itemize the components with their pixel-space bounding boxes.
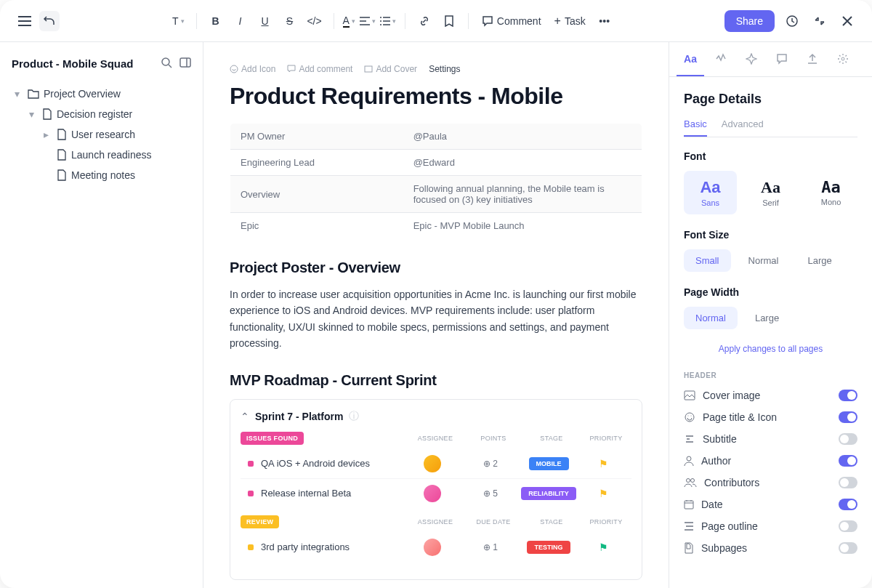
bookmark-icon[interactable] <box>439 11 459 31</box>
task-row[interactable]: 3rd party integrations ⊕ 1 TESTING ⚑ <box>241 533 631 562</box>
svg-point-13 <box>687 456 691 461</box>
toggle-switch[interactable] <box>839 455 857 467</box>
toggle-switch[interactable] <box>839 520 857 532</box>
task-row[interactable]: QA iOS + Android devices ⊕ 2 MOBILE ⚑ <box>241 449 631 479</box>
size-normal[interactable]: Normal <box>737 249 791 272</box>
chevron-up-icon[interactable]: ⌃ <box>241 411 249 422</box>
toggle-outline: Page outline <box>684 520 857 532</box>
search-icon[interactable] <box>161 57 172 71</box>
add-cover-action[interactable]: Add Cover <box>364 64 417 74</box>
right-panel: Aa Page Details Basic Advanced Font AaSa… <box>669 42 872 588</box>
width-large[interactable]: Large <box>743 307 791 329</box>
heading-poster[interactable]: Project Poster - Overview <box>230 259 642 276</box>
size-large[interactable]: Large <box>796 249 843 272</box>
text-style-dropdown[interactable]: T ▾ <box>169 11 187 31</box>
underline-icon[interactable]: U <box>255 11 275 31</box>
add-comment-action[interactable]: Add comment <box>287 64 352 74</box>
collapse-icon[interactable] <box>810 11 830 31</box>
svg-point-11 <box>688 416 689 416</box>
page-title[interactable]: Product Requirements - Mobile <box>230 83 642 110</box>
doc-icon <box>57 169 67 181</box>
font-sans[interactable]: AaSans <box>684 171 737 214</box>
tree-item-research[interactable]: ▸ User research <box>12 124 191 145</box>
toggle-switch[interactable] <box>839 499 857 510</box>
close-icon[interactable] <box>837 11 857 31</box>
strikethrough-icon[interactable]: S <box>280 11 300 31</box>
tree-item-notes[interactable]: Meeting notes <box>12 165 191 185</box>
avatar[interactable] <box>424 455 441 472</box>
svg-point-4 <box>162 58 169 65</box>
panel-tab-comments[interactable] <box>768 43 796 76</box>
task-row[interactable]: Release internal Beta ⊕ 5 RELIABILITY ⚑ <box>241 479 631 508</box>
priority-flag-icon: ⚑ <box>599 458 608 470</box>
width-normal[interactable]: Normal <box>684 307 738 329</box>
comment-button[interactable]: Comment <box>477 12 546 30</box>
points: ⊕ 2 <box>483 459 498 469</box>
avatar[interactable] <box>424 539 441 556</box>
toggle-switch[interactable] <box>839 411 857 423</box>
italic-icon[interactable]: I <box>230 11 251 31</box>
toggle-subtitle: Subtitle <box>684 433 857 445</box>
sidebar: Product - Mobile Squad ▾ Project Overvie… <box>0 42 203 588</box>
svg-point-2 <box>380 24 382 25</box>
tree-item-decision[interactable]: ▾ Decision register <box>12 104 191 124</box>
font-mono[interactable]: AaMono <box>804 171 857 214</box>
chevron-down-icon: ▾ <box>15 88 23 100</box>
stage-badge: TESTING <box>527 541 570 554</box>
history-icon[interactable] <box>782 11 802 31</box>
more-icon[interactable]: ••• <box>594 11 615 31</box>
undo-icon[interactable] <box>39 11 60 31</box>
menu-icon[interactable] <box>15 11 35 31</box>
toggle-switch[interactable] <box>839 433 857 445</box>
size-small[interactable]: Small <box>684 249 731 272</box>
list-dropdown[interactable]: ▾ <box>380 11 396 31</box>
heading-roadmap[interactable]: MVP Roadmap - Current Sprint <box>230 372 642 389</box>
text-color-dropdown[interactable]: A ▾ <box>343 11 355 31</box>
apply-all-link[interactable]: Apply changes to all pages <box>684 344 857 354</box>
add-icon-action[interactable]: Add Icon <box>230 64 275 74</box>
tree-item-launch[interactable]: Launch readiness <box>12 145 191 165</box>
panel-tab-settings[interactable] <box>829 43 857 76</box>
subtab-advanced[interactable]: Advanced <box>722 118 764 137</box>
font-serif[interactable]: AaSerif <box>744 171 797 214</box>
status-dot <box>248 461 254 467</box>
doc-icon <box>57 149 67 161</box>
toggle-subpages: Subpages <box>684 542 857 554</box>
svg-point-15 <box>691 479 695 483</box>
header-label: HEADER <box>684 371 857 379</box>
panel-tab-ai[interactable] <box>738 43 765 76</box>
panel-tab-activity[interactable] <box>707 43 735 76</box>
subtab-basic[interactable]: Basic <box>684 118 707 137</box>
info-icon[interactable]: ⓘ <box>349 410 359 423</box>
panel-icon[interactable] <box>179 57 191 71</box>
toggle-switch[interactable] <box>839 542 857 554</box>
svg-point-14 <box>687 479 690 483</box>
sprint-card: ⌃ Sprint 7 - Platform ⓘ ISSUES FOUND ASS… <box>230 399 642 580</box>
toggle-author: Author <box>684 455 857 467</box>
svg-rect-7 <box>365 66 372 72</box>
toggle-switch[interactable] <box>839 477 857 488</box>
svg-rect-9 <box>685 391 695 400</box>
body-paragraph[interactable]: In order to increase user acquisition op… <box>230 286 642 352</box>
svg-point-1 <box>380 20 382 22</box>
avatar[interactable] <box>424 485 441 502</box>
panel-tab-export[interactable] <box>799 43 826 76</box>
panel-tab-aa[interactable]: Aa <box>677 43 704 76</box>
svg-point-6 <box>230 65 238 73</box>
toggle-cover: Cover image <box>684 390 857 401</box>
link-icon[interactable] <box>414 11 435 31</box>
priority-flag-icon: ⚑ <box>599 541 608 553</box>
toggle-title: Page title & Icon <box>684 411 857 423</box>
toggle-switch[interactable] <box>839 390 857 401</box>
meta-val[interactable]: @Paula <box>403 124 642 150</box>
align-dropdown[interactable]: ▾ <box>360 11 376 31</box>
settings-action[interactable]: Settings <box>429 64 460 74</box>
size-label: Font Size <box>684 229 857 241</box>
task-button[interactable]: +Task <box>550 12 590 31</box>
share-button[interactable]: Share <box>724 10 775 32</box>
panel-title: Page Details <box>684 92 857 107</box>
code-icon[interactable]: </> <box>304 11 325 31</box>
tree-item-overview[interactable]: ▾ Project Overview <box>12 84 191 104</box>
bold-icon[interactable]: B <box>206 11 226 31</box>
svg-point-12 <box>691 416 692 416</box>
